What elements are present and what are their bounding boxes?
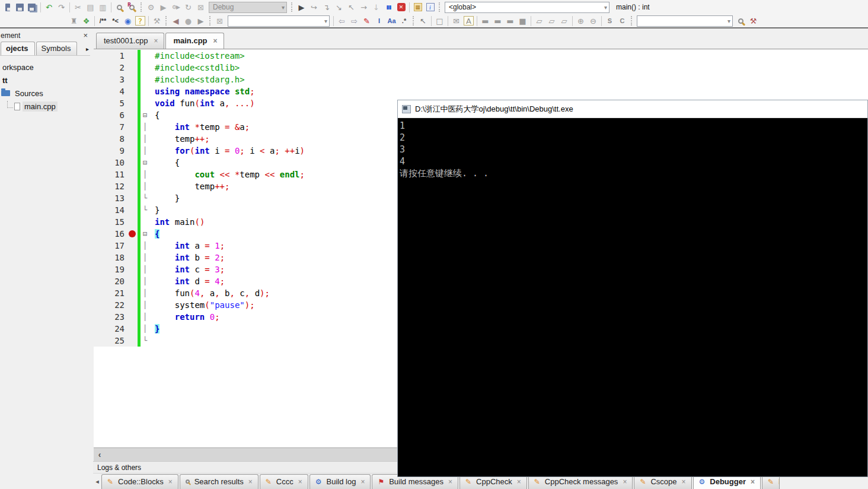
- replace-icon[interactable]: [126, 1, 138, 13]
- breakpoint-margin[interactable]: [127, 169, 138, 180]
- breakpoint-margin[interactable]: [127, 299, 138, 311]
- pointer-icon[interactable]: ↖: [417, 15, 429, 27]
- breakpoint-margin[interactable]: [127, 263, 138, 275]
- build-icon[interactable]: ⚙: [145, 1, 157, 13]
- align-center-icon[interactable]: ▬: [504, 15, 516, 27]
- redo-icon[interactable]: ↷: [55, 1, 68, 13]
- find-icon[interactable]: [113, 1, 126, 13]
- breakpoint-margin[interactable]: [127, 97, 138, 109]
- breakpoint-margin[interactable]: [127, 109, 138, 121]
- run-icon[interactable]: ▶: [157, 1, 170, 13]
- breakpoint-margin[interactable]: [127, 240, 138, 252]
- debugging-windows-icon[interactable]: ▦: [411, 1, 424, 13]
- tree-item-sources[interactable]: Sources: [0, 87, 90, 100]
- logs-tab-search-results[interactable]: Search results×: [180, 474, 259, 489]
- next-line-icon[interactable]: ↴: [320, 1, 333, 13]
- step-into-instruction-icon[interactable]: ↓: [370, 1, 382, 13]
- console-output[interactable]: 1234请按任意键继续. . .: [398, 118, 867, 477]
- save-icon[interactable]: [14, 1, 26, 13]
- sizer-grid-icon[interactable]: ▱: [558, 15, 570, 27]
- pause-debugger-icon[interactable]: ▮▮: [382, 1, 395, 13]
- abort-build-icon[interactable]: ⊠: [194, 1, 207, 13]
- stop-debugger-icon[interactable]: ✕: [395, 1, 407, 13]
- search-symbol-icon[interactable]: [735, 15, 747, 27]
- sidebar-tab-symbols[interactable]: Symbols: [36, 42, 78, 55]
- fold-margin[interactable]: ⊟: [141, 109, 149, 121]
- breakpoint-margin[interactable]: [127, 204, 138, 216]
- next-instruction-icon[interactable]: →: [358, 1, 370, 13]
- build-and-run-icon[interactable]: ⚙▶: [170, 1, 182, 13]
- rebuild-icon[interactable]: ↻: [182, 1, 194, 13]
- breakpoint-margin[interactable]: [127, 311, 138, 323]
- close-panel-icon[interactable]: ×: [83, 31, 88, 40]
- breakpoint-margin[interactable]: [127, 74, 138, 85]
- console-window[interactable]: D:\浙江中医药大学oj\debug\tt\bin\Debug\tt.exe 1…: [397, 100, 868, 477]
- logs-tab-cccc[interactable]: ✎Cccc×: [260, 474, 308, 489]
- align-left-icon[interactable]: ▬: [479, 15, 492, 27]
- cut-icon[interactable]: ✂: [72, 1, 84, 13]
- console-titlebar[interactable]: D:\浙江中医药大学oj\debug\tt\bin\Debug\tt.exe: [398, 100, 867, 118]
- breakpoint-margin[interactable]: [127, 85, 138, 97]
- zoom-in-icon[interactable]: ⊕: [575, 15, 587, 27]
- tools-wrench-icon[interactable]: ⚒: [747, 15, 760, 27]
- close-tab-icon[interactable]: ×: [360, 478, 365, 486]
- save-all-icon[interactable]: [26, 1, 39, 13]
- step-out-icon[interactable]: ↖: [345, 1, 358, 13]
- breakpoint-margin[interactable]: [127, 121, 138, 133]
- doxy-line-comment-icon[interactable]: *<: [109, 15, 122, 27]
- breakpoint-margin[interactable]: [127, 228, 138, 240]
- scope-select[interactable]: <global>▾: [445, 2, 609, 13]
- frame-tool-icon[interactable]: □: [433, 15, 446, 27]
- breakpoint-margin[interactable]: [127, 216, 138, 228]
- envelope-icon[interactable]: ✉: [450, 15, 462, 27]
- text-block-icon[interactable]: A: [464, 16, 474, 26]
- breakpoint-margin[interactable]: [127, 157, 138, 169]
- tree-item-tt[interactable]: tt: [0, 74, 90, 87]
- paste-icon[interactable]: ▥: [97, 1, 109, 13]
- breakpoint-icon[interactable]: [129, 230, 136, 237]
- close-tab-icon[interactable]: ×: [248, 478, 253, 486]
- wxsmith-icon[interactable]: ◉: [122, 15, 134, 27]
- debug-continue-icon[interactable]: ▶: [295, 1, 308, 13]
- doxy-block-comment-icon[interactable]: /**: [97, 15, 109, 27]
- close-tab-icon[interactable]: ×: [448, 478, 452, 486]
- breakpoint-margin[interactable]: [127, 145, 138, 157]
- undo-icon[interactable]: ↶: [43, 1, 55, 13]
- build-target-select[interactable]: Debug▾: [209, 2, 287, 13]
- fold-margin[interactable]: ⊟: [141, 157, 149, 169]
- breakpoint-margin[interactable]: [127, 180, 138, 192]
- breakpoint-margin[interactable]: [127, 192, 138, 204]
- tab-scroll-left-icon[interactable]: ◂: [93, 478, 101, 489]
- regex-icon[interactable]: .*: [398, 15, 410, 27]
- expand-fill-icon[interactable]: ■: [516, 15, 529, 27]
- editor-tab-main-cpp[interactable]: main.cpp×: [165, 33, 224, 49]
- tree-item-orkspace[interactable]: orkspace: [0, 61, 90, 74]
- new-file-icon[interactable]: [1, 1, 14, 13]
- tab-overflow-icon[interactable]: ▸: [86, 46, 89, 52]
- various-info-icon[interactable]: i: [424, 1, 436, 13]
- breakpoint-margin[interactable]: [127, 275, 138, 287]
- struct-tool-icon[interactable]: S: [604, 15, 616, 27]
- sizer-vertical-icon[interactable]: ▱: [545, 15, 558, 27]
- breakpoint-margin[interactable]: [127, 252, 138, 263]
- cppcheck-run-icon[interactable]: ♜: [68, 15, 80, 27]
- close-tab-icon[interactable]: ×: [213, 37, 218, 45]
- run-to-cursor-icon[interactable]: ↪: [308, 1, 320, 13]
- close-tab-icon[interactable]: ×: [517, 478, 521, 486]
- editor-tab-test0001-cpp[interactable]: test0001.cpp×: [96, 33, 164, 49]
- incremental-search-input[interactable]: ▾: [228, 15, 330, 27]
- prev-result-icon[interactable]: ⇦: [336, 15, 348, 27]
- fold-margin[interactable]: ⊟: [141, 228, 149, 240]
- close-tab-icon[interactable]: ×: [682, 478, 686, 486]
- match-case-icon[interactable]: Aa: [385, 15, 398, 27]
- breakpoint-margin[interactable]: [127, 133, 138, 145]
- copy-icon[interactable]: ▤: [84, 1, 97, 13]
- class-tool-icon[interactable]: C: [616, 15, 628, 27]
- close-tab-icon[interactable]: ×: [623, 478, 627, 486]
- breakpoint-margin[interactable]: [127, 287, 138, 299]
- step-into-icon[interactable]: ↘: [333, 1, 345, 13]
- jump-dot-icon[interactable]: ●: [182, 15, 194, 27]
- scroll-left-icon[interactable]: ‹: [94, 450, 106, 459]
- breakpoint-margin[interactable]: [127, 323, 138, 335]
- close-tab-icon[interactable]: ×: [168, 478, 173, 486]
